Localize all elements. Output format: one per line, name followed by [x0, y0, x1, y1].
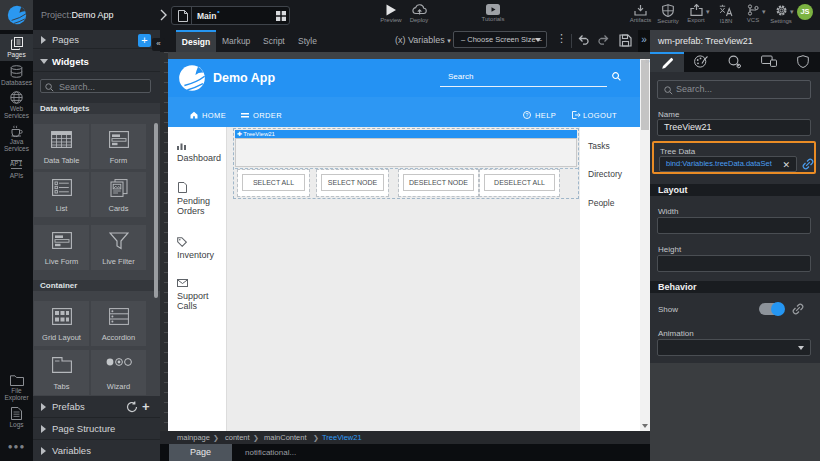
svg-text:API: API [10, 160, 23, 168]
svg-text:?: ? [526, 112, 529, 118]
